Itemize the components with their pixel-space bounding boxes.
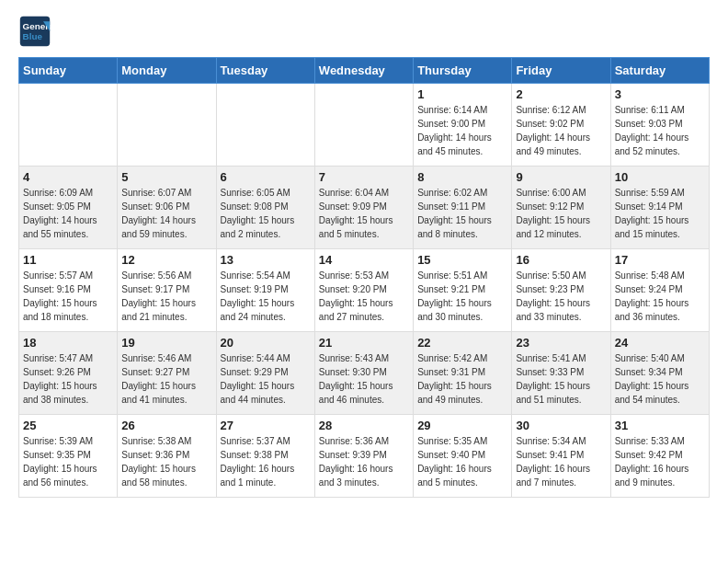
- calendar-cell: [314, 84, 413, 167]
- calendar-cell: 17Sunrise: 5:48 AM Sunset: 9:24 PM Dayli…: [610, 249, 709, 332]
- day-number: 1: [417, 87, 507, 101]
- calendar-cell: 7Sunrise: 6:04 AM Sunset: 9:09 PM Daylig…: [314, 167, 413, 249]
- day-number: 12: [121, 253, 211, 267]
- calendar-week-row: 1Sunrise: 6:14 AM Sunset: 9:00 PM Daylig…: [19, 84, 710, 167]
- day-number: 20: [221, 336, 311, 350]
- day-info: Sunrise: 5:34 AM Sunset: 9:41 PM Dayligh…: [516, 434, 606, 489]
- weekday-header-sunday: Sunday: [19, 58, 118, 84]
- calendar-cell: 29Sunrise: 5:35 AM Sunset: 9:40 PM Dayli…: [414, 415, 512, 498]
- day-number: 31: [615, 419, 705, 432]
- day-number: 28: [319, 419, 409, 432]
- calendar-cell: 12Sunrise: 5:56 AM Sunset: 9:17 PM Dayli…: [118, 249, 216, 332]
- calendar-cell: 3Sunrise: 6:11 AM Sunset: 9:03 PM Daylig…: [610, 84, 709, 167]
- weekday-header-thursday: Thursday: [414, 58, 512, 84]
- day-number: 26: [121, 419, 211, 432]
- day-info: Sunrise: 5:40 AM Sunset: 9:34 PM Dayligh…: [615, 351, 705, 407]
- day-info: Sunrise: 5:57 AM Sunset: 9:16 PM Dayligh…: [23, 269, 113, 324]
- calendar-cell: 14Sunrise: 5:53 AM Sunset: 9:20 PM Dayli…: [314, 249, 413, 332]
- day-info: Sunrise: 5:37 AM Sunset: 9:38 PM Dayligh…: [221, 434, 311, 489]
- day-number: 22: [417, 336, 507, 350]
- calendar-cell: 13Sunrise: 5:54 AM Sunset: 9:19 PM Dayli…: [216, 249, 314, 332]
- calendar-cell: 4Sunrise: 6:09 AM Sunset: 9:05 PM Daylig…: [19, 167, 118, 249]
- weekday-header-monday: Monday: [118, 58, 216, 84]
- day-info: Sunrise: 6:04 AM Sunset: 9:09 PM Dayligh…: [319, 186, 409, 241]
- calendar-cell: 8Sunrise: 6:02 AM Sunset: 9:11 PM Daylig…: [414, 167, 512, 249]
- calendar-table: SundayMondayTuesdayWednesdayThursdayFrid…: [18, 57, 710, 498]
- calendar-cell: 15Sunrise: 5:51 AM Sunset: 9:21 PM Dayli…: [414, 249, 512, 332]
- weekday-header-saturday: Saturday: [610, 58, 709, 84]
- calendar-cell: [216, 84, 314, 167]
- day-number: 10: [615, 170, 705, 184]
- day-info: Sunrise: 5:44 AM Sunset: 9:29 PM Dayligh…: [221, 351, 311, 407]
- day-info: Sunrise: 5:39 AM Sunset: 9:35 PM Dayligh…: [23, 434, 113, 489]
- calendar-cell: 16Sunrise: 5:50 AM Sunset: 9:23 PM Dayli…: [512, 249, 610, 332]
- day-info: Sunrise: 5:59 AM Sunset: 9:14 PM Dayligh…: [615, 186, 705, 241]
- calendar-cell: 26Sunrise: 5:38 AM Sunset: 9:36 PM Dayli…: [118, 415, 216, 498]
- calendar-week-row: 4Sunrise: 6:09 AM Sunset: 9:05 PM Daylig…: [19, 167, 710, 249]
- day-number: 9: [516, 170, 606, 184]
- day-number: 17: [615, 253, 705, 267]
- calendar-cell: 23Sunrise: 5:41 AM Sunset: 9:33 PM Dayli…: [512, 332, 610, 415]
- calendar-cell: 20Sunrise: 5:44 AM Sunset: 9:29 PM Dayli…: [216, 332, 314, 415]
- day-info: Sunrise: 5:38 AM Sunset: 9:36 PM Dayligh…: [121, 434, 211, 489]
- day-number: 27: [221, 419, 311, 432]
- weekday-header-wednesday: Wednesday: [314, 58, 413, 84]
- calendar-cell: 2Sunrise: 6:12 AM Sunset: 9:02 PM Daylig…: [512, 84, 610, 167]
- day-info: Sunrise: 6:02 AM Sunset: 9:11 PM Dayligh…: [417, 186, 507, 241]
- day-info: Sunrise: 6:05 AM Sunset: 9:08 PM Dayligh…: [221, 186, 311, 241]
- day-info: Sunrise: 5:54 AM Sunset: 9:19 PM Dayligh…: [221, 269, 311, 324]
- day-info: Sunrise: 5:48 AM Sunset: 9:24 PM Dayligh…: [615, 269, 705, 324]
- calendar-cell: 30Sunrise: 5:34 AM Sunset: 9:41 PM Dayli…: [512, 415, 610, 498]
- day-info: Sunrise: 5:33 AM Sunset: 9:42 PM Dayligh…: [615, 434, 705, 489]
- calendar-cell: 9Sunrise: 6:00 AM Sunset: 9:12 PM Daylig…: [512, 167, 610, 249]
- calendar-cell: 31Sunrise: 5:33 AM Sunset: 9:42 PM Dayli…: [610, 415, 709, 498]
- day-info: Sunrise: 6:00 AM Sunset: 9:12 PM Dayligh…: [516, 186, 606, 241]
- day-number: 29: [417, 419, 507, 432]
- calendar-cell: 19Sunrise: 5:46 AM Sunset: 9:27 PM Dayli…: [118, 332, 216, 415]
- day-number: 24: [615, 336, 705, 350]
- day-info: Sunrise: 5:47 AM Sunset: 9:26 PM Dayligh…: [23, 351, 113, 407]
- day-info: Sunrise: 5:51 AM Sunset: 9:21 PM Dayligh…: [417, 269, 507, 324]
- day-info: Sunrise: 6:09 AM Sunset: 9:05 PM Dayligh…: [23, 186, 113, 241]
- day-number: 4: [23, 170, 113, 184]
- calendar-week-row: 18Sunrise: 5:47 AM Sunset: 9:26 PM Dayli…: [19, 332, 710, 415]
- calendar-cell: 22Sunrise: 5:42 AM Sunset: 9:31 PM Dayli…: [414, 332, 512, 415]
- weekday-header-tuesday: Tuesday: [216, 58, 314, 84]
- calendar-cell: 24Sunrise: 5:40 AM Sunset: 9:34 PM Dayli…: [610, 332, 709, 415]
- day-number: 11: [23, 253, 113, 267]
- calendar-cell: 18Sunrise: 5:47 AM Sunset: 9:26 PM Dayli…: [19, 332, 118, 415]
- logo-icon: General Blue: [18, 15, 51, 48]
- page: General Blue SundayMondayTuesdayWednesda…: [0, 0, 728, 512]
- day-info: Sunrise: 6:14 AM Sunset: 9:00 PM Dayligh…: [417, 103, 507, 158]
- day-info: Sunrise: 5:42 AM Sunset: 9:31 PM Dayligh…: [417, 351, 507, 407]
- day-info: Sunrise: 5:50 AM Sunset: 9:23 PM Dayligh…: [516, 269, 606, 324]
- day-info: Sunrise: 5:43 AM Sunset: 9:30 PM Dayligh…: [319, 351, 409, 407]
- day-number: 15: [417, 253, 507, 267]
- calendar-cell: 21Sunrise: 5:43 AM Sunset: 9:30 PM Dayli…: [314, 332, 413, 415]
- day-info: Sunrise: 5:46 AM Sunset: 9:27 PM Dayligh…: [121, 351, 211, 407]
- day-info: Sunrise: 5:35 AM Sunset: 9:40 PM Dayligh…: [417, 434, 507, 489]
- day-info: Sunrise: 5:53 AM Sunset: 9:20 PM Dayligh…: [319, 269, 409, 324]
- calendar-cell: 25Sunrise: 5:39 AM Sunset: 9:35 PM Dayli…: [19, 415, 118, 498]
- day-number: 18: [23, 336, 113, 350]
- day-number: 19: [121, 336, 211, 350]
- day-number: 13: [221, 253, 311, 267]
- day-number: 30: [516, 419, 606, 432]
- calendar-cell: 1Sunrise: 6:14 AM Sunset: 9:00 PM Daylig…: [414, 84, 512, 167]
- calendar-cell: 11Sunrise: 5:57 AM Sunset: 9:16 PM Dayli…: [19, 249, 118, 332]
- calendar-cell: 5Sunrise: 6:07 AM Sunset: 9:06 PM Daylig…: [118, 167, 216, 249]
- calendar-week-row: 25Sunrise: 5:39 AM Sunset: 9:35 PM Dayli…: [19, 415, 710, 498]
- calendar-cell: 10Sunrise: 5:59 AM Sunset: 9:14 PM Dayli…: [610, 167, 709, 249]
- calendar-week-row: 11Sunrise: 5:57 AM Sunset: 9:16 PM Dayli…: [19, 249, 710, 332]
- day-info: Sunrise: 6:12 AM Sunset: 9:02 PM Dayligh…: [516, 103, 606, 158]
- day-number: 14: [319, 253, 409, 267]
- day-info: Sunrise: 5:41 AM Sunset: 9:33 PM Dayligh…: [516, 351, 606, 407]
- day-number: 6: [221, 170, 311, 184]
- day-info: Sunrise: 6:07 AM Sunset: 9:06 PM Dayligh…: [121, 186, 211, 241]
- day-info: Sunrise: 5:36 AM Sunset: 9:39 PM Dayligh…: [319, 434, 409, 489]
- day-number: 16: [516, 253, 606, 267]
- svg-text:Blue: Blue: [23, 31, 43, 41]
- day-number: 3: [615, 87, 705, 101]
- header: General Blue: [18, 15, 710, 48]
- day-number: 8: [417, 170, 507, 184]
